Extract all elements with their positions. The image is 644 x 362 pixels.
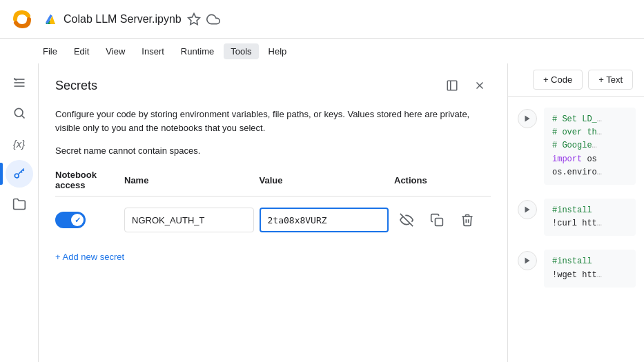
- col-header-name: Name: [124, 175, 260, 185]
- code-line: # Google…: [552, 141, 597, 150]
- copy-btn[interactable]: [425, 208, 449, 232]
- col-header-value: Value: [260, 175, 395, 185]
- main-content: {x} Secrets: [0, 63, 644, 362]
- sidebar-icons: {x}: [0, 63, 39, 362]
- secret-value-input[interactable]: [260, 208, 389, 232]
- toggle-container: ✓: [55, 212, 124, 228]
- code-panel: + Code + Text # Set LD_… # over th…: [508, 63, 644, 362]
- play-icon-3: [518, 251, 537, 270]
- drive-icon: [43, 12, 58, 27]
- expand-icon: [446, 79, 458, 92]
- secrets-table: Notebookaccess Name Value Actions ✓: [55, 170, 491, 238]
- sidebar-secrets-btn[interactable]: [6, 160, 33, 188]
- add-code-btn[interactable]: + Code: [533, 70, 583, 90]
- code-line: os: [582, 154, 597, 164]
- svg-point-0: [8, 6, 36, 33]
- run-cell-3-btn[interactable]: [516, 250, 538, 272]
- colab-logo: [8, 6, 36, 33]
- secrets-panel: Secrets Configure your code by storing e…: [39, 63, 508, 362]
- svg-line-7: [21, 116, 24, 119]
- variables-icon: {x}: [13, 138, 26, 150]
- table-header: Notebookaccess Name Value Actions: [55, 170, 491, 197]
- add-code-label: + Code: [543, 74, 572, 85]
- notebook-title: Colab LLM Server.ipynb: [43, 12, 220, 27]
- svg-rect-9: [447, 81, 457, 90]
- code-cell-3-content: #install !wget htt…: [544, 250, 636, 287]
- table-of-contents-icon: [12, 76, 26, 90]
- svg-point-8: [14, 174, 19, 178]
- notebook-title-text: Colab LLM Server.ipynb: [64, 13, 182, 26]
- cloud-icon[interactable]: [206, 12, 220, 26]
- menu-edit[interactable]: Edit: [67, 43, 96, 59]
- sidebar-files-btn[interactable]: [6, 190, 33, 218]
- sidebar-search-btn[interactable]: [6, 99, 33, 127]
- code-line: os.enviro…: [552, 168, 602, 177]
- menu-tools[interactable]: Tools: [224, 43, 258, 59]
- star-icon[interactable]: [187, 12, 201, 26]
- code-line: # over th…: [552, 128, 602, 137]
- code-cell-2-content: #install !curl htt…: [544, 199, 636, 236]
- menu-view[interactable]: View: [99, 43, 132, 59]
- code-line: !wget htt…: [552, 270, 602, 280]
- svg-marker-15: [525, 116, 530, 122]
- svg-line-5: [14, 78, 16, 80]
- delete-btn[interactable]: [455, 208, 480, 232]
- svg-rect-14: [436, 219, 443, 226]
- actions-container: [394, 208, 491, 232]
- close-icon: [474, 79, 486, 92]
- search-icon: [12, 106, 26, 120]
- run-cell-2-btn[interactable]: [516, 199, 538, 221]
- panel-header-icons: [441, 74, 491, 97]
- code-line: #install: [552, 205, 592, 215]
- menu-runtime[interactable]: Runtime: [174, 43, 221, 59]
- sidebar-variables-btn[interactable]: {x}: [6, 130, 33, 157]
- notebook-access-toggle[interactable]: ✓: [55, 212, 86, 228]
- menu-insert[interactable]: Insert: [135, 43, 171, 59]
- top-bar: Colab LLM Server.ipynb: [0, 0, 644, 39]
- svg-marker-16: [525, 206, 530, 212]
- code-cell-1: # Set LD_… # over th… # Google… import o…: [516, 102, 636, 190]
- key-icon: [12, 167, 26, 181]
- panel-note: Secret name cannot contain spaces.: [55, 145, 491, 156]
- play-icon-2: [518, 200, 537, 219]
- panel-close-btn[interactable]: [469, 74, 491, 97]
- code-cell-2: #install !curl htt…: [516, 193, 636, 241]
- panel-description: Configure your code by storing environme…: [55, 108, 491, 134]
- col-header-access: Notebookaccess: [55, 170, 124, 190]
- toggle-visibility-btn[interactable]: [394, 208, 419, 232]
- toggle-knob: ✓: [71, 214, 84, 226]
- col-header-actions: Actions: [394, 175, 491, 185]
- add-secret-label: + Add new secret: [55, 252, 124, 262]
- panel-expand-btn[interactable]: [441, 74, 463, 97]
- panel-title: Secrets: [55, 79, 97, 93]
- code-line: # Set LD_…: [552, 114, 602, 124]
- code-line: import: [552, 154, 582, 164]
- code-scroll-area[interactable]: # Set LD_… # over th… # Google… import o…: [508, 97, 644, 362]
- eye-off-icon: [400, 213, 413, 227]
- menu-file[interactable]: File: [36, 43, 64, 59]
- copy-icon: [430, 213, 444, 227]
- panel-header: Secrets: [55, 74, 491, 97]
- folder-icon: [12, 197, 26, 211]
- secret-row: ✓: [55, 202, 491, 238]
- code-toolbar: + Code + Text: [508, 63, 644, 97]
- svg-marker-1: [188, 13, 199, 24]
- code-line: !curl htt…: [552, 219, 602, 228]
- svg-marker-17: [525, 258, 530, 264]
- code-cell-1-content: # Set LD_… # over th… # Google… import o…: [544, 108, 636, 185]
- add-text-label: + Text: [598, 74, 623, 85]
- name-input-container: [124, 208, 260, 232]
- menu-bar: File Edit View Insert Runtime Tools Help: [0, 39, 644, 63]
- menu-help[interactable]: Help: [262, 43, 294, 59]
- play-icon: [518, 109, 537, 128]
- value-input-container: [260, 208, 395, 232]
- trash-icon: [460, 213, 474, 227]
- run-cell-1-btn[interactable]: [516, 108, 538, 130]
- code-line: #install: [552, 257, 592, 266]
- svg-point-6: [14, 108, 23, 117]
- toggle-check-icon: ✓: [75, 216, 81, 225]
- add-text-btn[interactable]: + Text: [588, 70, 633, 90]
- secret-name-input[interactable]: [124, 208, 254, 232]
- sidebar-toc-btn[interactable]: [6, 69, 33, 97]
- add-secret-btn[interactable]: + Add new secret: [55, 249, 124, 265]
